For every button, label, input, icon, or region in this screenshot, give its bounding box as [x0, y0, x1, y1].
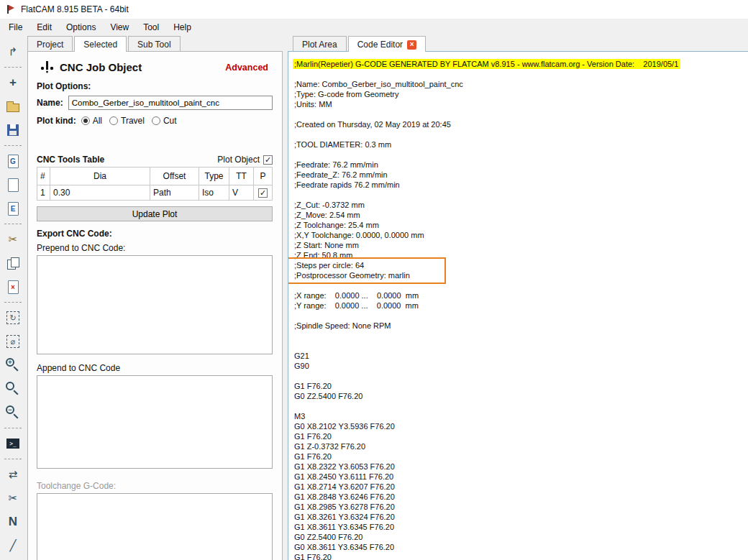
update-plot-button[interactable]: Update Plot	[37, 206, 273, 221]
code-line: ;Created on Thursday, 02 May 2019 at 20:…	[294, 119, 748, 129]
clear-plot-icon[interactable]: ⌀	[4, 333, 22, 350]
prepend-gcode-input[interactable]	[37, 255, 273, 354]
new-gerber-icon[interactable]	[4, 176, 22, 193]
code-line: G1 X8.3611 Y3.6345 F76.20	[294, 522, 748, 532]
code-line	[294, 371, 748, 381]
col-header-dia: Dia	[50, 167, 150, 185]
code-line: ;X,Y Toolchange: 0.0000, 0.0000 mm	[294, 230, 748, 240]
code-line	[294, 109, 748, 119]
save-icon[interactable]	[4, 121, 22, 139]
code-line	[294, 341, 748, 351]
flatcam-logo-icon	[6, 4, 16, 14]
annotation-box	[288, 257, 446, 284]
code-line: G0 Z2.5400 F76.20	[294, 532, 748, 542]
tab-plot-area[interactable]: Plot Area	[293, 36, 347, 51]
code-line: G1 X8.3261 Y3.6324 F76.20	[294, 512, 748, 522]
plot-kind-group: AllTravelCut	[81, 116, 177, 126]
menu-tool[interactable]: Tool	[136, 19, 166, 35]
main-content: ↱+GE✂×↻⌀+−>_⇄✂N╱ ProjectSelectedSub Tool…	[0, 36, 748, 560]
close-tab-icon[interactable]: ×	[407, 40, 416, 50]
corner-arrow-icon[interactable]: ↱	[4, 43, 22, 60]
code-line: ;Units: MM	[294, 99, 748, 109]
code-line	[294, 129, 748, 139]
name-input[interactable]	[68, 96, 273, 110]
code-line: ;Z Start: None mm	[294, 240, 748, 250]
col-header-tt: TT	[229, 167, 254, 185]
code-line: G1 X8.2322 Y3.6053 F76.20	[294, 462, 748, 472]
menu-edit[interactable]: Edit	[29, 19, 59, 35]
menu-help[interactable]: Help	[166, 19, 199, 35]
code-line: ;Name: Combo_Gerber_iso_multitool_paint_…	[294, 79, 748, 89]
plot-object-control: Plot Object	[217, 155, 273, 165]
table-row[interactable]: 1 0.30 Path Iso V	[37, 185, 273, 201]
radio-label: All	[93, 116, 102, 126]
toolbar-separator	[4, 302, 22, 303]
code-line: G1 Z-0.3732 F76.20	[294, 441, 748, 451]
open-folder-icon[interactable]	[4, 98, 22, 115]
plot-kind-all[interactable]: All	[81, 116, 102, 126]
ncc-tool-icon[interactable]: N	[4, 513, 22, 531]
advanced-label: Advanced	[225, 63, 268, 73]
code-line: ;Feedrate rapids 76.2 mm/min	[294, 180, 748, 190]
tab-project[interactable]: Project	[27, 36, 73, 51]
code-line: G1 F76.20	[294, 381, 748, 391]
zoom-out-icon[interactable]: −	[4, 404, 22, 421]
append-gcode-input[interactable]	[37, 375, 273, 469]
shell-icon[interactable]: >_	[4, 435, 22, 452]
paint-tool-icon[interactable]: ╱	[4, 537, 22, 554]
code-line: G1 F76.20	[294, 552, 748, 560]
tab-sub-tool[interactable]: Sub Tool	[128, 36, 180, 51]
code-line	[294, 311, 748, 321]
title-bar: FlatCAM 8.915 BETA - 64bit	[0, 0, 748, 19]
zoom-in-icon[interactable]: +	[4, 357, 22, 374]
name-label: Name:	[37, 98, 63, 108]
menu-options[interactable]: Options	[59, 19, 103, 35]
double-sided-tool-icon[interactable]: ⇄	[4, 466, 22, 483]
zoom-fit-icon[interactable]	[4, 380, 22, 398]
cnc-tools-table: # Dia Offset Type TT P 1 0.30 Path	[37, 167, 273, 201]
tab-label: Project	[37, 40, 63, 50]
replot-icon[interactable]: ↻	[4, 309, 22, 326]
cnc-tools-table-label: CNC Tools Table	[37, 155, 104, 165]
plot-kind-cut[interactable]: Cut	[152, 116, 177, 126]
prepend-label: Prepend to CNC Code:	[37, 243, 273, 253]
code-line: ;Feedrate_Z: 76.2 mm/min	[294, 170, 748, 180]
flatcam-window: FlatCAM 8.915 BETA - 64bit FileEditOptio…	[0, 0, 748, 560]
shears-icon[interactable]: ✂	[4, 231, 22, 248]
menu-view[interactable]: View	[103, 19, 136, 35]
cell-type: Iso	[199, 185, 229, 201]
panel-header: CNC Job Object Advanced	[40, 59, 273, 75]
col-header-type: Type	[199, 167, 229, 185]
tab-label: Plot Area	[302, 40, 337, 50]
plot-object-checkbox[interactable]	[263, 155, 273, 165]
menu-file[interactable]: File	[1, 19, 29, 35]
radio-icon	[109, 116, 118, 125]
new-geometry-icon[interactable]: G	[4, 152, 22, 170]
code-line: G21	[294, 351, 748, 361]
row-plot-checkbox[interactable]	[258, 188, 268, 198]
cnc-job-icon	[40, 59, 54, 75]
code-line: G1 X8.2450 Y3.6111 F76.20	[294, 472, 748, 482]
plot-kind-travel[interactable]: Travel	[109, 116, 145, 126]
toolchange-label: Toolchange G-Code:	[37, 481, 273, 491]
toolchange-gcode-input[interactable]	[37, 493, 273, 560]
new-excellon-icon[interactable]: E	[4, 200, 22, 217]
crosshair-move-icon[interactable]: +	[4, 74, 22, 91]
delete-object-icon[interactable]: ×	[4, 278, 22, 295]
toolbar-separator	[4, 145, 22, 146]
code-line: G0 X8.3611 Y3.6345 F76.20	[294, 542, 748, 552]
tab-label: Code Editor	[357, 40, 403, 50]
copy-object-icon[interactable]	[4, 254, 22, 272]
cell-offset: Path	[150, 185, 199, 201]
code-editor[interactable]: ;Marlin(Repetier) G-CODE GENERATED BY FL…	[288, 51, 748, 560]
tab-code-editor[interactable]: Code Editor×	[348, 36, 426, 52]
col-header-p: P	[254, 167, 273, 185]
radio-icon	[81, 116, 90, 125]
code-line: ;Z Toolchange: 25.4 mm	[294, 220, 748, 230]
plot-object-label: Plot Object	[217, 155, 260, 165]
tab-selected[interactable]: Selected	[74, 36, 127, 52]
cutout-tool-icon[interactable]: ✂	[4, 490, 22, 507]
code-line	[294, 69, 748, 79]
tab-label: Sub Tool	[137, 40, 170, 50]
code-line	[294, 150, 748, 160]
